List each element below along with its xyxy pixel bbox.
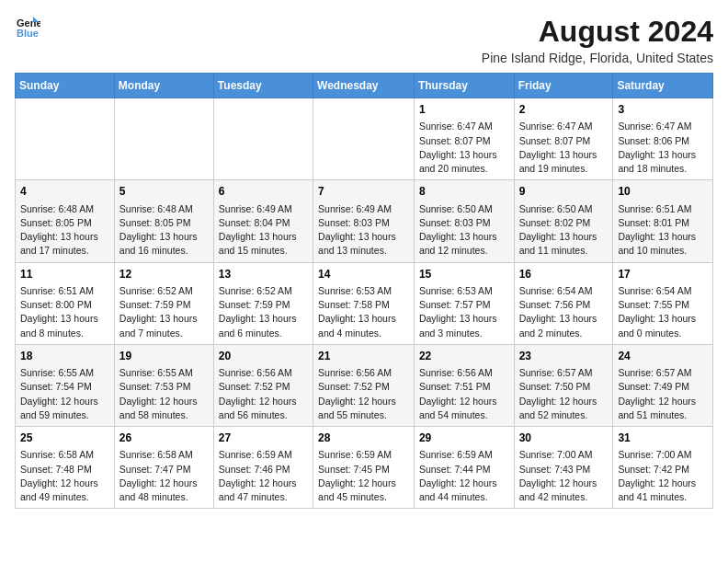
cell-1-2: 6Sunrise: 6:49 AM Sunset: 8:04 PM Daylig… (213, 180, 313, 262)
cell-content: 28Sunrise: 6:59 AM Sunset: 7:45 PM Dayli… (318, 431, 409, 504)
day-number: 31 (618, 431, 708, 446)
header-wednesday: Wednesday (313, 74, 415, 98)
cell-1-0: 4Sunrise: 6:48 AM Sunset: 8:05 PM Daylig… (16, 180, 115, 262)
day-number: 12 (119, 267, 209, 282)
day-number: 19 (119, 349, 209, 364)
cell-2-0: 11Sunrise: 6:51 AM Sunset: 8:00 PM Dayli… (16, 262, 115, 344)
day-info: Sunrise: 6:59 AM Sunset: 7:44 PM Dayligh… (419, 448, 509, 504)
day-number: 18 (20, 349, 109, 364)
day-number: 29 (419, 431, 509, 446)
day-info: Sunrise: 6:51 AM Sunset: 8:00 PM Dayligh… (20, 284, 109, 340)
cell-4-5: 30Sunrise: 7:00 AM Sunset: 7:43 PM Dayli… (514, 427, 613, 509)
cell-content: 9Sunrise: 6:50 AM Sunset: 8:02 PM Daylig… (519, 184, 609, 258)
day-number: 21 (318, 349, 409, 364)
day-info: Sunrise: 6:47 AM Sunset: 8:06 PM Dayligh… (618, 120, 708, 176)
cell-content: 14Sunrise: 6:53 AM Sunset: 7:58 PM Dayli… (318, 267, 409, 340)
cell-1-1: 5Sunrise: 6:48 AM Sunset: 8:05 PM Daylig… (114, 180, 213, 262)
day-number: 16 (519, 267, 609, 282)
cell-3-6: 24Sunrise: 6:57 AM Sunset: 7:49 PM Dayli… (613, 344, 713, 426)
day-info: Sunrise: 6:59 AM Sunset: 7:46 PM Dayligh… (219, 448, 308, 504)
day-number: 24 (618, 349, 708, 364)
day-number: 6 (219, 184, 308, 200)
day-info: Sunrise: 6:52 AM Sunset: 7:59 PM Dayligh… (119, 284, 209, 340)
day-info: Sunrise: 6:49 AM Sunset: 8:03 PM Dayligh… (318, 202, 409, 259)
title-area: August 2024 Pine Island Ridge, Florida, … (482, 15, 713, 65)
cell-3-3: 21Sunrise: 6:56 AM Sunset: 7:52 PM Dayli… (313, 344, 415, 426)
cell-2-5: 16Sunrise: 6:54 AM Sunset: 7:56 PM Dayli… (514, 262, 613, 344)
cell-content: 23Sunrise: 6:57 AM Sunset: 7:50 PM Dayli… (519, 349, 609, 422)
day-number: 25 (20, 431, 109, 446)
day-number: 30 (519, 431, 609, 446)
cell-0-6: 3Sunrise: 6:47 AM Sunset: 8:06 PM Daylig… (613, 98, 713, 180)
cell-1-6: 10Sunrise: 6:51 AM Sunset: 8:01 PM Dayli… (613, 180, 713, 262)
cell-3-0: 18Sunrise: 6:55 AM Sunset: 7:54 PM Dayli… (16, 344, 115, 426)
cell-content: 3Sunrise: 6:47 AM Sunset: 8:06 PM Daylig… (618, 102, 708, 176)
day-number: 3 (618, 102, 708, 118)
cell-3-5: 23Sunrise: 6:57 AM Sunset: 7:50 PM Dayli… (514, 344, 613, 426)
cell-0-5: 2Sunrise: 6:47 AM Sunset: 8:07 PM Daylig… (514, 98, 613, 180)
day-info: Sunrise: 6:55 AM Sunset: 7:53 PM Dayligh… (119, 366, 209, 422)
weekday-header-row: Sunday Monday Tuesday Wednesday Thursday… (16, 74, 713, 98)
cell-content: 12Sunrise: 6:52 AM Sunset: 7:59 PM Dayli… (119, 267, 209, 340)
day-number: 20 (219, 349, 308, 364)
week-row-5: 25Sunrise: 6:58 AM Sunset: 7:48 PM Dayli… (16, 427, 713, 509)
day-info: Sunrise: 6:51 AM Sunset: 8:01 PM Dayligh… (618, 202, 708, 259)
day-info: Sunrise: 6:57 AM Sunset: 7:49 PM Dayligh… (618, 366, 708, 422)
header: General Blue August 2024 Pine Island Rid… (15, 15, 713, 65)
cell-0-0 (16, 98, 115, 180)
cell-content: 6Sunrise: 6:49 AM Sunset: 8:04 PM Daylig… (219, 184, 308, 258)
day-info: Sunrise: 6:56 AM Sunset: 7:52 PM Dayligh… (219, 366, 308, 422)
cell-0-3 (313, 98, 415, 180)
day-number: 14 (318, 267, 409, 282)
cell-4-1: 26Sunrise: 6:58 AM Sunset: 7:47 PM Dayli… (114, 427, 213, 509)
day-info: Sunrise: 6:48 AM Sunset: 8:05 PM Dayligh… (119, 202, 209, 259)
day-number: 1 (419, 102, 509, 118)
cell-0-2 (213, 98, 313, 180)
day-number: 4 (20, 184, 109, 200)
header-tuesday: Tuesday (213, 74, 313, 98)
cell-content: 26Sunrise: 6:58 AM Sunset: 7:47 PM Dayli… (119, 431, 209, 504)
page-container: General Blue August 2024 Pine Island Rid… (15, 15, 713, 509)
day-number: 22 (419, 349, 509, 364)
day-number: 17 (618, 267, 708, 282)
cell-content: 22Sunrise: 6:56 AM Sunset: 7:51 PM Dayli… (419, 349, 509, 422)
cell-3-1: 19Sunrise: 6:55 AM Sunset: 7:53 PM Dayli… (114, 344, 213, 426)
cell-3-4: 22Sunrise: 6:56 AM Sunset: 7:51 PM Dayli… (414, 344, 514, 426)
cell-content: 11Sunrise: 6:51 AM Sunset: 8:00 PM Dayli… (20, 267, 109, 340)
cell-2-6: 17Sunrise: 6:54 AM Sunset: 7:55 PM Dayli… (613, 262, 713, 344)
day-info: Sunrise: 6:56 AM Sunset: 7:51 PM Dayligh… (419, 366, 509, 422)
day-number: 8 (419, 184, 509, 200)
day-info: Sunrise: 6:58 AM Sunset: 7:48 PM Dayligh… (20, 448, 109, 504)
day-info: Sunrise: 6:54 AM Sunset: 7:56 PM Dayligh… (519, 284, 609, 340)
day-number: 26 (119, 431, 209, 446)
cell-content: 7Sunrise: 6:49 AM Sunset: 8:03 PM Daylig… (318, 184, 409, 258)
calendar-table: Sunday Monday Tuesday Wednesday Thursday… (15, 73, 713, 509)
day-info: Sunrise: 7:00 AM Sunset: 7:42 PM Dayligh… (618, 448, 708, 504)
logo-icon: General Blue (15, 15, 40, 40)
day-number: 23 (519, 349, 609, 364)
logo: General Blue (15, 15, 40, 40)
day-number: 10 (618, 184, 708, 200)
day-info: Sunrise: 6:47 AM Sunset: 8:07 PM Dayligh… (519, 120, 609, 176)
day-number: 27 (219, 431, 308, 446)
cell-3-2: 20Sunrise: 6:56 AM Sunset: 7:52 PM Dayli… (213, 344, 313, 426)
cell-content: 17Sunrise: 6:54 AM Sunset: 7:55 PM Dayli… (618, 267, 708, 340)
day-number: 9 (519, 184, 609, 200)
cell-content: 29Sunrise: 6:59 AM Sunset: 7:44 PM Dayli… (419, 431, 509, 504)
cell-content: 19Sunrise: 6:55 AM Sunset: 7:53 PM Dayli… (119, 349, 209, 422)
day-info: Sunrise: 6:49 AM Sunset: 8:04 PM Dayligh… (219, 202, 308, 259)
header-saturday: Saturday (613, 74, 713, 98)
week-row-2: 4Sunrise: 6:48 AM Sunset: 8:05 PM Daylig… (16, 180, 713, 262)
day-info: Sunrise: 6:52 AM Sunset: 7:59 PM Dayligh… (219, 284, 308, 340)
header-thursday: Thursday (414, 74, 514, 98)
day-info: Sunrise: 6:47 AM Sunset: 8:07 PM Dayligh… (419, 120, 509, 176)
cell-content: 1Sunrise: 6:47 AM Sunset: 8:07 PM Daylig… (419, 102, 509, 176)
cell-0-4: 1Sunrise: 6:47 AM Sunset: 8:07 PM Daylig… (414, 98, 514, 180)
cell-1-3: 7Sunrise: 6:49 AM Sunset: 8:03 PM Daylig… (313, 180, 415, 262)
week-row-4: 18Sunrise: 6:55 AM Sunset: 7:54 PM Dayli… (16, 344, 713, 426)
header-friday: Friday (514, 74, 613, 98)
cell-content: 2Sunrise: 6:47 AM Sunset: 8:07 PM Daylig… (519, 102, 609, 176)
cell-4-3: 28Sunrise: 6:59 AM Sunset: 7:45 PM Dayli… (313, 427, 415, 509)
day-number: 2 (519, 102, 609, 118)
day-info: Sunrise: 6:58 AM Sunset: 7:47 PM Dayligh… (119, 448, 209, 504)
